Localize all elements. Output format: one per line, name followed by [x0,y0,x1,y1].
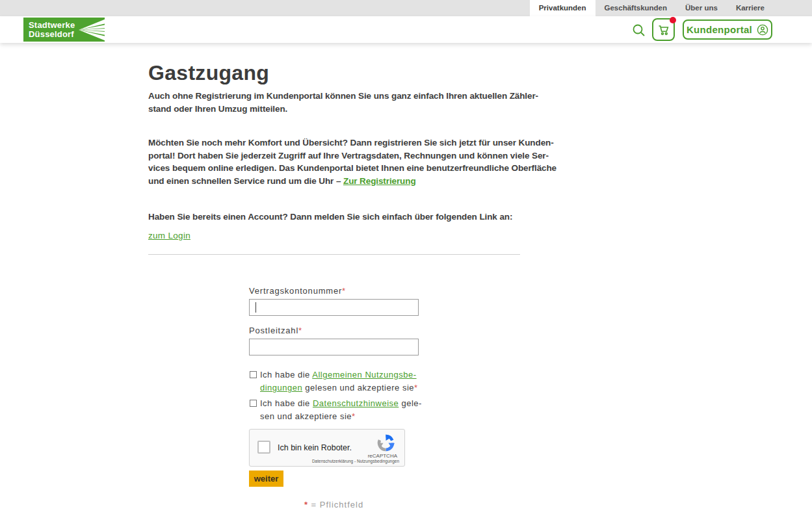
brand-fan-icon [77,19,106,41]
recaptcha-label: Ich bin kein Roboter. [278,443,352,452]
brand-logo-text: Stadtwerke Düsseldorf [29,21,75,39]
datenschutzhinweise-link[interactable]: Datenschutzhinweise [313,398,399,408]
recaptcha-checkbox[interactable] [257,441,270,454]
tab-ueber-uns[interactable]: Über uns [676,0,727,16]
kundenportal-button-label: Kundenportal [687,24,752,35]
top-meta-bar: Privatkunden Geschäftskunden Über uns Ka… [0,0,812,16]
required-field-note: * = Pflichtfeld [249,500,419,510]
recaptcha-brand-text: reCAPTCHA [368,453,397,459]
page-title: Gastzugang [148,60,520,86]
vertragskontonummer-label: Vertragskontonummer* [249,286,419,296]
privacy-checkbox-row: Ich habe die Datenschutzhinweise gele- s… [249,397,419,423]
login-link[interactable]: zum Login [148,231,190,240]
postleitzahl-label: Postleitzahl* [249,326,419,335]
submit-button[interactable]: weiter [249,471,283,487]
cart-notification-dot [670,17,676,23]
recaptcha-logo-icon [377,434,395,452]
privacy-checkbox[interactable] [250,400,257,407]
main-content: Gastzugang Auch ohne Registrierung im Ku… [148,60,520,255]
recaptcha-terms-link[interactable]: Nutzungsbedingungen [357,459,399,463]
audience-tabs: Privatkunden Geschäftskunden Über uns Ka… [530,0,774,16]
recaptcha-legal-links: Datenschutzerklärung - Nutzungsbedingung… [312,459,399,463]
recaptcha-privacy-link[interactable]: Datenschutzerklärung [312,459,353,463]
vertragskontonummer-input[interactable] [249,299,419,316]
terms-checkbox[interactable] [250,371,257,378]
nutzungsbedingungen-link[interactable]: Allgemeinen Nutzungsbe- [312,370,416,380]
registration-link[interactable]: Zur Registrierung [343,176,416,186]
tab-privatkunden[interactable]: Privatkunden [530,0,596,16]
tab-geschaeftskunden[interactable]: Geschäftskunden [596,0,677,16]
search-button[interactable] [631,22,646,38]
cart-icon [657,23,670,36]
kundenportal-button[interactable]: Kundenportal [683,19,772,40]
site-header: Stadtwerke Düsseldorf [0,16,812,43]
divider [148,254,520,255]
terms-checkbox-row: Ich habe die Allgemeinen Nutzungsbe- din… [249,368,419,394]
account-question: Haben Sie bereits einen Account? Dann me… [148,211,520,224]
postleitzahl-input[interactable] [249,339,419,355]
user-icon [757,24,768,36]
intro-paragraph: Auch ohne Registrierung im Kundenportal … [148,90,520,115]
guest-access-form: Vertragskontonummer* Postleitzahl* Ich h… [249,286,419,510]
portal-promo-paragraph: Möchten Sie noch mehr Komfort und Übersi… [148,136,520,187]
cart-button[interactable] [652,18,675,41]
nutzungsbedingungen-link-cont[interactable]: dingungen [260,383,302,393]
recaptcha-widget: Ich bin kein Roboter. reCAPTCHA Datensch… [249,429,405,467]
text-caret [255,302,256,313]
search-icon [632,23,646,37]
brand-logo[interactable]: Stadtwerke Düsseldorf [23,18,105,42]
tab-karriere[interactable]: Karriere [727,0,774,16]
